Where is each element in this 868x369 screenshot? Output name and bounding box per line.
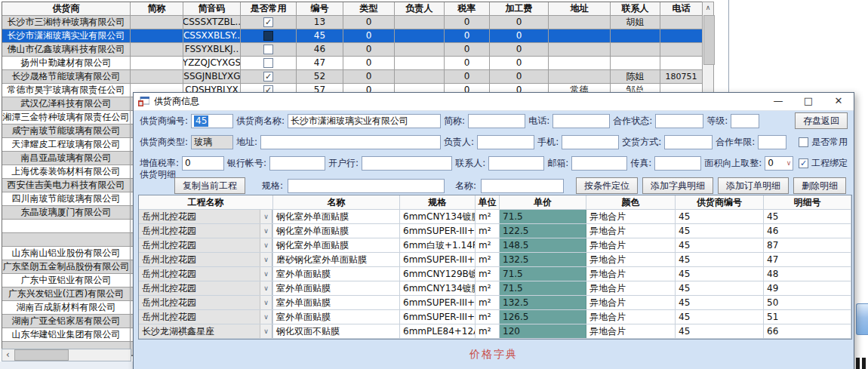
vat-field[interactable] [182,156,224,171]
row-common-checkbox-cell[interactable] [241,29,297,42]
column-header[interactable]: 税率 [445,2,490,15]
area-round-select[interactable]: 0 ∨ [765,156,793,171]
detail-row[interactable]: 岳州北控花园∨钢化室外单面贴膜6mmSUPER-III+12A(硅...m²12… [139,224,851,238]
checkbox-box[interactable]: ✓ [263,17,273,27]
row-common-checkbox-cell[interactable] [241,43,297,56]
save-return-button[interactable]: 存盘返回 [795,112,848,129]
supplier-type-field[interactable] [191,135,233,149]
name-filter-input[interactable] [481,179,564,193]
column-header[interactable]: 联系人 [611,2,660,15]
project-name-combo[interactable]: 岳州北控花园∨ [139,281,272,295]
project-name-combo[interactable]: 岳州北控花园∨ [139,210,272,223]
bank-field[interactable] [362,156,452,171]
detail-column-header[interactable]: 颜色 [586,195,676,209]
grade-field[interactable] [731,114,759,128]
project-name-combo[interactable]: 岳州北控花园∨ [139,310,272,324]
detail-column-header[interactable]: 名称 [273,195,400,209]
project-name-combo[interactable]: 岳州北控花园∨ [139,296,272,309]
project-name-combo[interactable]: 岳州北控花园∨ [139,224,272,238]
fax-field[interactable] [654,156,701,171]
add-order-detail-button[interactable]: 添加订单明细 [718,177,789,194]
column-header[interactable]: 编号 [297,2,343,15]
delete-detail-button[interactable]: 删除明细 [793,177,846,194]
mobile-label: 手机: [537,136,559,149]
detail-row[interactable]: 岳州北控花园∨钢化室外单面贴膜6mmCNY134镀膜钢化m²71.5异地合片45… [139,210,851,224]
address-field[interactable] [260,135,441,149]
detail-row[interactable]: 长沙龙湖祺鑫星座∨钢化双面不贴膜6mmPLE84+12A(硅酮胺...m²120… [139,324,851,339]
close-icon[interactable]: ✕ [823,93,854,110]
checkbox-box[interactable]: ✓ [263,72,273,81]
project-name-combo[interactable]: 长沙龙湖祺鑫星座∨ [139,324,272,338]
row-common-checkbox-cell[interactable] [241,57,297,69]
locate-by-condition-button[interactable]: 按条件定位 [576,177,638,194]
coop-status-field[interactable] [655,114,703,128]
common-checkbox[interactable]: 是否常用 [799,136,848,149]
bank-account-field[interactable] [269,156,325,171]
supplier-no-field[interactable]: 45 [191,114,233,128]
checkbox-box[interactable] [263,45,273,54]
column-header[interactable]: 电话 [660,2,703,15]
scrollbar-thumb[interactable] [703,15,715,65]
detail-cell: 45 [676,238,764,252]
project-name-combo[interactable]: 岳州北控花园∨ [139,238,272,252]
detail-row[interactable]: 岳州北控花园∨室外单面贴膜6mmSUPER-III+12A(硅...m²126.… [139,310,851,324]
checkbox-box[interactable] [263,58,273,68]
supplier-row[interactable]: 扬州中勤建材有限公司YZZQJCYXGS47000 [2,57,703,70]
spec-filter-input[interactable] [288,179,445,193]
checkbox-box[interactable] [263,31,273,41]
add-dictionary-detail-button[interactable]: 添加字典明细 [642,177,713,194]
detail-row[interactable]: 岳州北控花园∨钢化室外单面贴膜6mm白玻+1.14PVB+6mm...m²148… [139,238,851,253]
table-cell: 0 [343,70,395,83]
detail-column-header[interactable]: 工程名称 [139,195,273,209]
leader-field[interactable] [477,135,534,149]
detail-cell: 6mmPLE84+12A(硅酮胺... [400,324,476,338]
delivery-field[interactable] [664,135,713,149]
phone-field[interactable] [553,114,610,128]
maximize-icon[interactable]: □ [793,93,823,110]
scroll-left-icon[interactable]: ‹ [2,349,14,361]
supplier-row[interactable]: 长沙晟格节能玻璃有限公司CSSGJNBLYXGS✓52000陈姐180751 [2,70,703,84]
table-cell [549,29,611,42]
column-header[interactable]: 供货商 [2,2,131,15]
copy-current-project-button[interactable]: 复制当前工程 [174,177,245,194]
minimize-icon[interactable]: — [763,93,793,110]
column-header[interactable]: 加工费 [490,2,549,15]
supplier-row[interactable]: 长沙市潇湘玻璃实业有限公司CSSXXBLSY..45000 [2,29,703,43]
dialog-titlebar[interactable]: 供货商信息 — □ ✕ [134,93,854,111]
scroll-up-icon[interactable]: ∧ [703,2,713,14]
column-header[interactable]: 简称 [131,2,183,15]
detail-column-header[interactable]: 单位 [476,195,500,209]
row-common-checkbox-cell[interactable]: ✓ [241,70,297,83]
project-bind-checkbox[interactable]: ✓ 工程绑定 [799,157,848,170]
row-common-checkbox-cell[interactable]: ✓ [241,16,297,29]
combo-value: 长沙龙湖祺鑫星座 [139,324,214,338]
detail-row[interactable]: 岳州北控花园∨室外单面贴膜6mmCNY134镀膜钢化m²71.5异地合片4549 [139,281,851,296]
detail-column-header[interactable]: 规格 [400,195,476,209]
column-header[interactable]: 负责人 [395,2,445,15]
detail-column-header[interactable]: 供货商编号 [676,195,764,209]
detail-row[interactable]: 岳州北控花园∨磨砂钢化室外单面贴膜6mmSUPER-III+12A(硅...m²… [139,253,851,267]
coop-years-field[interactable] [758,135,786,149]
contact-field[interactable] [488,156,544,171]
horizontal-scrollbar[interactable]: ‹ [2,349,131,361]
column-header[interactable]: 类型 [343,2,395,15]
project-name-combo[interactable]: 岳州北控花园∨ [139,267,272,281]
detail-row[interactable]: 岳州北控花园∨室外单面贴膜6mmSUPER-III+12A(硅...m²132.… [139,296,851,310]
column-header[interactable]: 是否常用 [241,2,297,15]
abbr-field[interactable] [468,114,525,128]
supplier-name-field[interactable] [288,114,441,128]
email-field[interactable] [571,156,627,171]
detail-cell: 岳州北控花园∨ [139,238,273,252]
column-header[interactable]: 地址 [549,2,611,15]
scrollbar-thumb[interactable] [14,349,69,361]
table-cell [549,70,611,83]
supplier-row[interactable]: 佛山市亿鑫玻璃科技有限公司FSSYXBLKJ..46000 [2,43,703,57]
project-name-combo[interactable]: 岳州北控花园∨ [139,253,272,266]
chevron-down-icon: ∨ [260,296,272,309]
detail-column-header[interactable]: 明细号 [764,195,851,209]
detail-column-header[interactable]: 单价 [500,195,586,209]
column-header[interactable]: 简音码 [183,2,241,15]
supplier-row[interactable]: 长沙市三湘特种玻璃有限公司CSSSXTZBL..✓13000胡姐 [2,16,703,29]
mobile-field[interactable] [562,135,619,149]
detail-row[interactable]: 岳州北控花园∨室外单面贴膜6mmCNY129B镀膜钢化m²71.5异地合片454… [139,267,851,281]
